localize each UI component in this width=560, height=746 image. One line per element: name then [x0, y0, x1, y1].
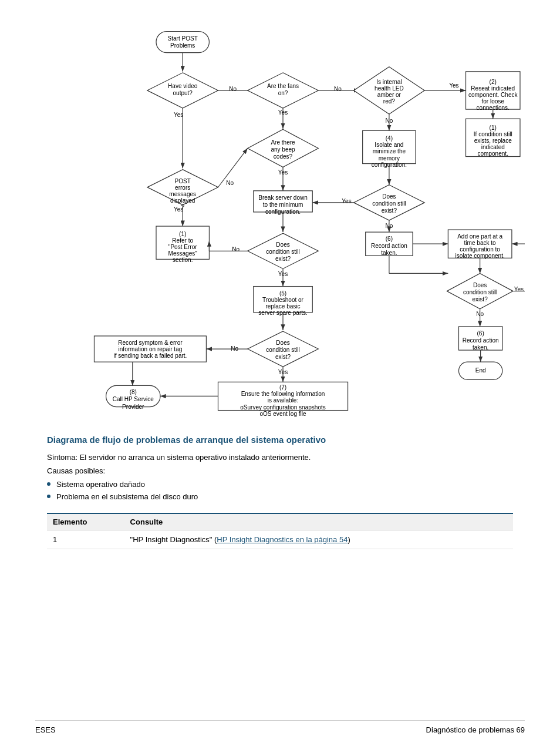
col-header-consulte: Consulte	[124, 513, 513, 530]
svg-text:No: No	[226, 180, 234, 186]
col-header-elemento: Elemento	[47, 513, 124, 530]
svg-text:Yes: Yes	[449, 82, 458, 89]
svg-text:End: End	[475, 367, 486, 374]
text-section: Diagrama de flujo de problemas de arranq…	[35, 435, 525, 549]
svg-text:Yes: Yes	[174, 206, 183, 213]
consult-link[interactable]: HP Insight Diagnostics en la página 54	[217, 535, 348, 544]
svg-text:No: No	[232, 246, 239, 253]
symptom-text: Síntoma: El servidor no arranca un siste…	[47, 453, 513, 462]
svg-text:No: No	[334, 86, 342, 92]
bullet-dot	[47, 495, 50, 498]
list-item: Sistema operativo dañado	[47, 480, 513, 489]
svg-text:No: No	[229, 86, 237, 92]
svg-text:Are thereany beepcodes?: Are thereany beepcodes?	[271, 139, 295, 160]
list-item: Problema en el subsistema del disco duro	[47, 492, 513, 501]
page-footer: ESES Diagnóstico de problemas 69	[35, 720, 525, 734]
svg-text:No: No	[231, 345, 238, 352]
bullet-dot	[47, 482, 50, 486]
table-cell-element: 1	[47, 530, 124, 549]
svg-text:Break server downto the minimu: Break server downto the minimumconfigura…	[258, 194, 308, 214]
svg-text:Record symptom & errorinformat: Record symptom & errorinformation on rep…	[113, 340, 187, 359]
page-container: Start POSTProblems Have videooutput? No …	[0, 0, 560, 746]
info-table: Elemento Consulte 1 "HP Insight Diagnost…	[47, 513, 513, 549]
svg-text:Add one part at atime back toc: Add one part at atime back toconfigurati…	[456, 233, 505, 259]
svg-text:Yes: Yes	[514, 286, 524, 293]
svg-text:Yes: Yes	[174, 112, 183, 118]
flowchart-area: Start POSTProblems Have videooutput? No …	[35, 18, 525, 417]
section-title: Diagrama de flujo de problemas de arranq…	[47, 435, 513, 445]
bullet-item-1: Sistema operativo dañado	[56, 480, 145, 489]
footer-right: Diagnóstico de problemas 69	[426, 725, 525, 734]
footer-left: ESES	[35, 725, 56, 734]
table-cell-consult: "HP Insight Diagnostics" (HP Insight Dia…	[124, 530, 513, 549]
svg-text:Yes: Yes	[342, 198, 351, 204]
svg-text:Start POSTProblems: Start POSTProblems	[168, 35, 198, 48]
flowchart-svg: Start POSTProblems Have videooutput? No …	[35, 18, 525, 417]
bullet-list: Sistema operativo dañado Problema en el …	[47, 480, 513, 501]
causes-label: Causas posibles:	[47, 466, 513, 475]
table-row: 1 "HP Insight Diagnostics" (HP Insight D…	[47, 530, 513, 549]
consult-text-after: )	[348, 535, 350, 544]
consult-text-before: "HP Insight Diagnostics" (	[130, 535, 217, 544]
bullet-item-2: Problema en el subsistema del disco duro	[56, 492, 198, 501]
